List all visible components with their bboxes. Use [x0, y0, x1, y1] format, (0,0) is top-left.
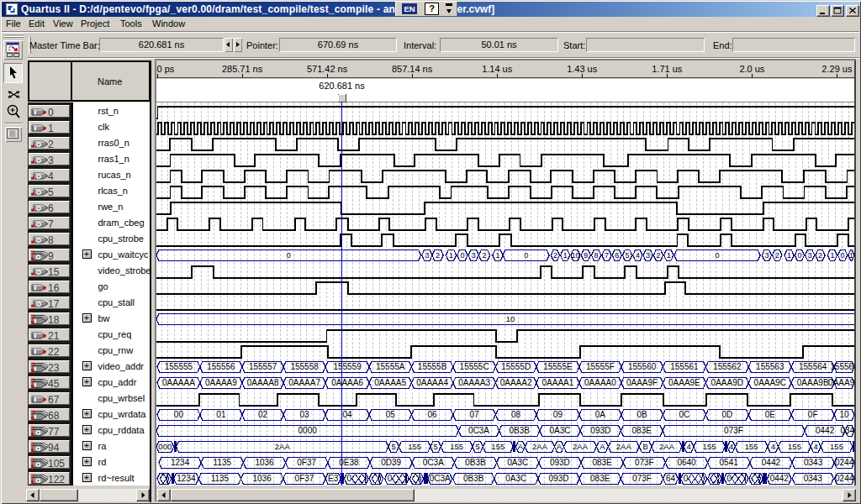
- svg-text:7: 7: [605, 251, 609, 260]
- svg-text:15555C: 15555C: [460, 362, 489, 371]
- svg-text:0AAAA4: 0AAAA4: [416, 378, 448, 387]
- svg-text:093D: 093D: [549, 474, 569, 483]
- svg-text:1: 1: [449, 251, 453, 260]
- svg-text:0AAA9D: 0AAA9D: [711, 378, 743, 387]
- svg-text:05: 05: [386, 410, 396, 419]
- svg-text:155561: 155561: [670, 362, 699, 371]
- svg-text:155560: 155560: [628, 362, 657, 371]
- svg-text:0AAA9B: 0AAA9B: [797, 378, 829, 387]
- svg-text:0: 0: [460, 251, 464, 260]
- svg-text:155563: 155563: [756, 362, 784, 371]
- svg-text:0442: 0442: [762, 458, 781, 467]
- svg-text:8: 8: [594, 251, 599, 260]
- svg-text:3: 3: [764, 251, 769, 260]
- svg-text:083E: 083E: [592, 458, 612, 467]
- svg-text:155: 155: [788, 442, 801, 451]
- svg-text:3: 3: [808, 251, 812, 260]
- svg-text:0B3B: 0B3B: [465, 458, 486, 467]
- svg-text:5: 5: [625, 251, 629, 260]
- svg-text:2.0 us: 2.0 us: [739, 64, 764, 74]
- svg-text:1135: 1135: [214, 458, 232, 467]
- svg-text:620.681 ns: 620.681 ns: [319, 81, 365, 91]
- svg-text:0AAAA3: 0AAAA3: [458, 378, 490, 387]
- svg-text:1234: 1234: [171, 458, 190, 467]
- svg-text:073F: 073F: [632, 474, 652, 483]
- svg-text:155557: 155557: [249, 362, 277, 371]
- svg-text:0: 0: [524, 251, 528, 260]
- svg-text:155556: 155556: [207, 362, 235, 371]
- svg-text:0C3A: 0C3A: [468, 426, 489, 435]
- svg-text:2AA: 2AA: [532, 442, 548, 451]
- svg-text:0F37: 0F37: [297, 458, 316, 467]
- svg-text:1: 1: [667, 251, 671, 260]
- svg-text:4: 4: [729, 442, 733, 451]
- svg-text:155: 155: [830, 442, 843, 451]
- svg-text:2AA: 2AA: [573, 442, 589, 451]
- svg-text:0: 0: [388, 474, 393, 483]
- svg-text:0B3B: 0B3B: [510, 426, 531, 435]
- svg-text:09: 09: [553, 410, 563, 419]
- svg-text:0C: 0C: [679, 410, 690, 419]
- svg-text:10: 10: [571, 251, 579, 260]
- svg-text:0244: 0244: [835, 474, 854, 483]
- svg-text:0AAA9E: 0AAA9E: [668, 378, 700, 387]
- svg-text:10: 10: [506, 314, 515, 323]
- svg-text:2: 2: [818, 251, 822, 260]
- svg-text:0: 0: [726, 474, 732, 483]
- svg-text:4: 4: [636, 251, 640, 260]
- svg-text:0442: 0442: [770, 474, 790, 483]
- svg-text:0D: 0D: [721, 410, 732, 419]
- svg-text:1: 1: [849, 251, 853, 260]
- svg-text:3: 3: [472, 251, 476, 260]
- svg-text:6: 6: [615, 251, 619, 260]
- svg-text:2: 2: [656, 251, 660, 260]
- svg-text:0AAAA1: 0AAAA1: [541, 378, 573, 387]
- svg-text:155558: 155558: [290, 362, 319, 371]
- svg-text:1234: 1234: [177, 474, 196, 483]
- svg-text:64: 64: [666, 474, 676, 483]
- svg-text:9: 9: [584, 251, 588, 260]
- svg-text:15555F: 15555F: [586, 362, 615, 371]
- svg-text:285.71 ns: 285.71 ns: [222, 64, 263, 74]
- svg-text:1: 1: [787, 251, 791, 260]
- svg-text:5: 5: [391, 442, 395, 451]
- svg-text:1135: 1135: [211, 474, 230, 483]
- svg-text:0B: 0B: [637, 410, 647, 419]
- svg-text:0A3C: 0A3C: [505, 474, 526, 483]
- svg-text:0541: 0541: [720, 458, 739, 467]
- svg-text:0AAAA5: 0AAAA5: [374, 378, 406, 387]
- svg-text:155: 155: [703, 442, 716, 451]
- svg-text:2.29 us: 2.29 us: [821, 64, 853, 74]
- svg-text:1: 1: [563, 251, 568, 260]
- svg-text:155: 155: [745, 442, 758, 451]
- svg-text:1: 1: [830, 251, 834, 260]
- svg-text:10: 10: [839, 410, 849, 419]
- svg-text:0640: 0640: [677, 458, 696, 467]
- svg-text:155559: 155559: [333, 362, 362, 371]
- svg-text:2AA: 2AA: [275, 442, 291, 451]
- svg-text:093D: 093D: [590, 426, 610, 435]
- svg-text:4: 4: [771, 442, 775, 451]
- svg-text:0 ps: 0 ps: [157, 64, 175, 74]
- svg-text:2: 2: [553, 251, 557, 260]
- svg-text:000: 000: [158, 442, 172, 451]
- svg-text:0: 0: [797, 251, 801, 260]
- svg-text:4: 4: [814, 442, 818, 451]
- svg-text:0AAAA7: 0AAAA7: [288, 378, 320, 387]
- svg-text:08: 08: [511, 410, 521, 419]
- svg-text:0: 0: [715, 251, 719, 260]
- svg-text:02: 02: [258, 410, 268, 419]
- svg-text:155: 155: [450, 442, 463, 451]
- svg-text:1036: 1036: [252, 474, 272, 483]
- svg-text:0B3B: 0B3B: [463, 474, 484, 483]
- svg-text:1036: 1036: [255, 458, 274, 467]
- svg-text:4: 4: [687, 442, 691, 451]
- svg-text:1.71 us: 1.71 us: [652, 64, 683, 74]
- svg-text:857.14 ns: 857.14 ns: [392, 64, 433, 74]
- svg-text:0A: 0A: [595, 410, 606, 419]
- svg-text:00: 00: [174, 410, 184, 419]
- svg-text:0343: 0343: [804, 458, 823, 467]
- svg-text:0F: 0F: [808, 410, 818, 419]
- svg-text:A: A: [557, 442, 563, 451]
- svg-text:3: 3: [425, 251, 429, 260]
